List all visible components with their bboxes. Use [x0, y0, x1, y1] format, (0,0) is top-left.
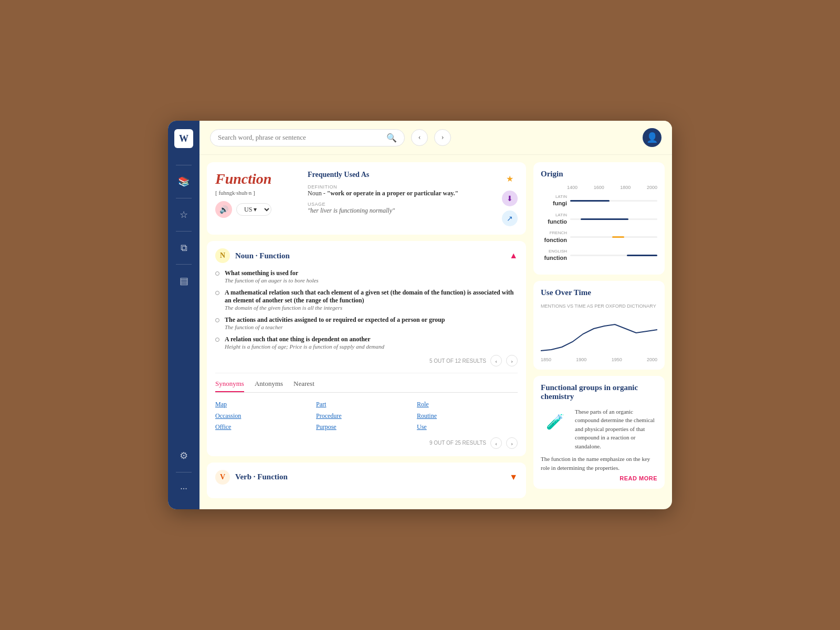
sidebar-divider-2 — [176, 198, 192, 198]
definition-section: DEFINITION Noun - "work or operate in a … — [308, 184, 494, 197]
synonym-use[interactable]: Use — [417, 422, 518, 433]
sidebar-item-book[interactable]: 📚 — [173, 171, 194, 192]
def-content-4: A relation such that one thing is depend… — [225, 335, 518, 350]
origin-axis: 1400 1600 1800 2000 — [567, 185, 657, 190]
share-button[interactable]: ↗ — [502, 211, 518, 226]
synonym-tabs: Synonyms Antonyms Nearest — [215, 380, 518, 393]
sidebar-item-settings[interactable]: ⚙ — [173, 445, 194, 466]
forward-button[interactable]: › — [434, 129, 451, 146]
word-header-card: Function [ fuhngk·shuh·n ] 🔊 US ▾ UK — [207, 162, 526, 235]
search-icon[interactable]: 🔍 — [386, 133, 397, 143]
axis-label-1400: 1400 — [567, 185, 578, 190]
usage-text: "her liver is functioning normally" — [308, 207, 494, 215]
sidebar-divider-3 — [176, 231, 192, 232]
synonym-part[interactable]: Part — [316, 399, 417, 411]
star-icon: ☆ — [180, 209, 188, 220]
tab-antonyms[interactable]: Antonyms — [255, 380, 283, 392]
syn-next-button[interactable]: › — [506, 437, 518, 449]
use-time-line — [541, 324, 657, 351]
book-icon: 📚 — [178, 176, 190, 187]
download-button[interactable]: ⬇ — [502, 191, 518, 206]
chemistry-icon: 🧪 — [546, 413, 564, 430]
word-definitions: Frequently Used As DEFINITION Noun - "wo… — [308, 171, 494, 226]
sidebar-item-doc[interactable]: ▤ — [173, 270, 194, 291]
back-button[interactable]: ‹ — [411, 129, 428, 146]
axis-1950: 1950 — [612, 357, 622, 362]
freq-used-title: Frequently Used As — [308, 171, 494, 179]
syn-prev-button[interactable]: ‹ — [490, 437, 502, 449]
synonym-purpose[interactable]: Purpose — [316, 422, 417, 433]
bullet-1 — [215, 271, 219, 276]
axis-label-1800: 1800 — [620, 185, 631, 190]
definition-label: DEFINITION — [308, 184, 494, 190]
verb-expand-button[interactable]: ▼ — [509, 472, 518, 482]
audio-button[interactable]: 🔊 — [215, 201, 232, 218]
synonym-office[interactable]: Office — [215, 422, 316, 433]
def-pagination: 5 OUT OF 12 RESULTS ‹ › — [215, 355, 518, 366]
synonym-procedure[interactable]: Procedure — [316, 411, 417, 422]
left-panel: Function [ fuhngk·shuh·n ] 🔊 US ▾ UK — [207, 162, 526, 502]
origin-bar-container-2 — [570, 218, 657, 220]
sidebar: W 📚 ☆ ⧉ ▤ ⚙ ··· — [168, 121, 200, 509]
def-example-1: The function of an auger is to bore hole… — [225, 277, 518, 284]
list-item: The actions and activities assigned to o… — [215, 316, 518, 330]
synonym-routine[interactable]: Routine — [417, 411, 518, 422]
read-more-button[interactable]: READ MORE — [541, 475, 657, 481]
noun-next-button[interactable]: › — [506, 355, 518, 366]
user-icon: 👤 — [646, 132, 658, 143]
origin-row-fonction: FRENCH fonction — [541, 230, 657, 244]
tab-nearest[interactable]: Nearest — [293, 380, 314, 392]
synonyms-grid: Map Occassion Office Part Procedure Purp… — [215, 399, 518, 433]
search-bar: 🔍 — [210, 129, 405, 146]
origin-card: Origin 1400 1600 1800 2000 LATIN fungi — [533, 162, 665, 275]
noun-card-header[interactable]: N Noun · Function ▲ — [215, 248, 518, 263]
synonym-role[interactable]: Role — [417, 399, 518, 411]
sidebar-item-copy[interactable]: ⧉ — [173, 237, 194, 258]
sidebar-item-more[interactable]: ··· — [173, 478, 194, 499]
tab-synonyms[interactable]: Synonyms — [215, 380, 244, 392]
syn-page-count: 9 OUT OF 25 RESULTS — [429, 440, 486, 446]
origin-bar-container-1 — [570, 200, 657, 202]
synonym-occassion[interactable]: Occassion — [215, 411, 316, 422]
origin-lang-functio: LATIN functio — [541, 213, 567, 226]
origin-bar-fonction — [612, 236, 624, 238]
origin-title: Origin — [541, 170, 657, 178]
list-item: What something is used for The function … — [215, 269, 518, 284]
origin-lang-function: ENGLISH function — [541, 249, 567, 262]
func-text-2: The function in the name emphasize on th… — [541, 455, 657, 472]
sidebar-item-star[interactable]: ☆ — [173, 204, 194, 225]
list-item: Map Occassion Office — [215, 399, 316, 433]
language-select[interactable]: US ▾ UK — [236, 203, 271, 216]
origin-bar-container-3 — [570, 236, 657, 238]
verb-badge: V — [215, 470, 230, 485]
func-title: Functional groups in organic chemistry — [541, 383, 657, 401]
collapse-button[interactable]: ▲ — [509, 251, 518, 260]
def-content-3: The actions and activities assigned to o… — [225, 316, 518, 330]
origin-bar-container-4 — [570, 255, 657, 256]
noun-prev-button[interactable]: ‹ — [490, 355, 502, 366]
func-emoji: 🧪 — [541, 407, 570, 436]
func-text-1: These parts of an organic compound deter… — [575, 407, 657, 451]
verb-card-header[interactable]: V Verb · Function ▼ — [215, 470, 518, 485]
download-icon: ⬇ — [507, 194, 513, 203]
word-main: Function [ fuhngk·shuh·n ] 🔊 US ▾ UK — [215, 171, 299, 226]
noun-def-list: What something is used for The function … — [215, 269, 518, 350]
func-content: 🧪 These parts of an organic compound det… — [541, 407, 657, 451]
definition-text: Noun - "work or operate in a proper or p… — [308, 190, 494, 197]
favorite-button[interactable]: ★ — [502, 171, 518, 186]
app-logo[interactable]: W — [174, 129, 193, 148]
def-content-1: What something is used for The function … — [225, 269, 518, 284]
bullet-3 — [215, 318, 219, 322]
noun-badge: N — [215, 248, 230, 263]
origin-lang-fungi: LATIN fungi — [541, 194, 567, 207]
content-area: Function [ fuhngk·shuh·n ] 🔊 US ▾ UK — [200, 155, 672, 509]
noun-page-count: 5 OUT OF 12 RESULTS — [429, 358, 486, 364]
document-icon: ▤ — [180, 275, 188, 287]
search-input[interactable] — [218, 133, 382, 142]
def-content-2: A mathematical relation such that each e… — [225, 289, 518, 311]
user-avatar[interactable]: 👤 — [643, 128, 662, 147]
synonym-map[interactable]: Map — [215, 399, 316, 411]
use-time-svg — [541, 313, 657, 355]
def-main-3: The actions and activities assigned to o… — [225, 316, 518, 324]
origin-bar-fungi — [570, 200, 610, 202]
